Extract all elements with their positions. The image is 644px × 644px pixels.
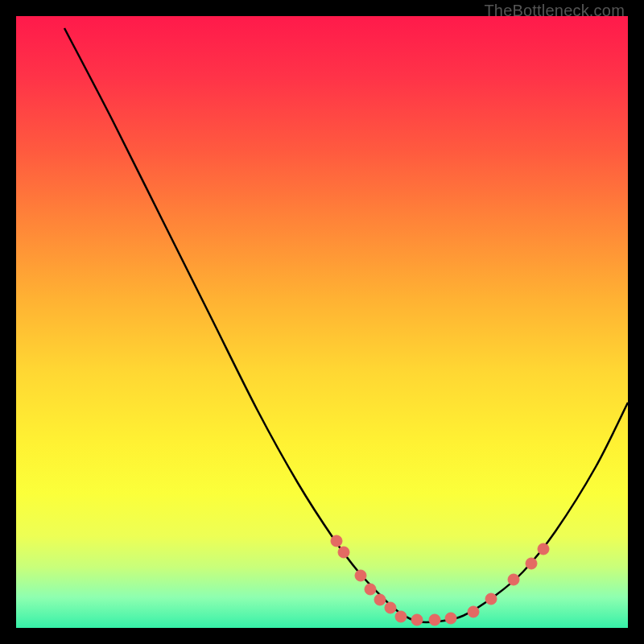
- marker-dot: [338, 547, 349, 558]
- marker-dot: [395, 611, 407, 622]
- marker-dot: [468, 606, 479, 617]
- marker-dot: [411, 614, 423, 625]
- marker-dot: [355, 570, 366, 581]
- marker-dot: [538, 543, 549, 555]
- bottleneck-curve: [64, 28, 628, 622]
- marker-dot: [526, 558, 537, 569]
- marker-dot: [508, 574, 519, 585]
- marker-dot: [485, 593, 497, 605]
- marker-dot: [365, 584, 376, 595]
- marker-dot: [374, 594, 386, 605]
- marker-dots-group: [331, 535, 549, 625]
- marker-dot: [445, 613, 456, 624]
- chart-frame: TheBottleneck.com: [16, 16, 628, 628]
- marker-dot: [385, 602, 396, 613]
- marker-dot: [429, 614, 440, 625]
- chart-svg: [16, 16, 628, 628]
- marker-dot: [331, 535, 342, 547]
